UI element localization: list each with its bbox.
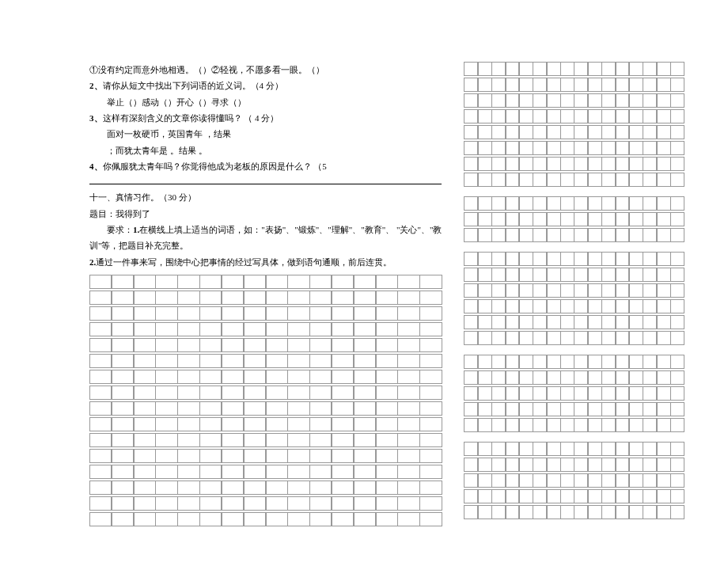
grid-cell — [155, 496, 177, 511]
grid-cell — [547, 315, 561, 329]
grid-cell — [643, 331, 657, 345]
grid-cell — [560, 125, 574, 139]
grid-cell — [199, 370, 222, 384]
grid-cell — [670, 157, 684, 171]
grid-cell — [376, 401, 398, 416]
grid-cell — [419, 512, 442, 526]
grid-cell — [629, 299, 643, 313]
grid-cell — [574, 386, 588, 401]
grid-cell — [643, 442, 657, 456]
grid-cell — [464, 386, 478, 401]
grid-cell — [354, 370, 376, 384]
grid-cell — [616, 489, 630, 503]
grid-cell — [287, 386, 309, 400]
grid-cell — [177, 433, 199, 447]
grid-cell — [588, 93, 602, 108]
grid-cell — [670, 62, 684, 76]
grid-row — [89, 417, 442, 431]
grid-cell — [601, 473, 616, 488]
grid-cell — [629, 283, 643, 298]
grid-cell — [376, 417, 398, 431]
grid-cell — [588, 283, 602, 298]
grid-cell — [478, 157, 492, 171]
grid-cell — [574, 157, 588, 171]
grid-cell — [199, 512, 222, 526]
grid-cell — [533, 93, 547, 108]
grid-cell — [155, 275, 177, 289]
grid-cell — [560, 331, 574, 345]
grid-cell — [657, 315, 671, 329]
grid-cell — [222, 512, 244, 526]
grid-cell — [464, 228, 478, 242]
q4-text: 你佩服犹太青年吗？你觉得他成为老板的原因是什么？ （5 — [103, 161, 327, 171]
grid-cell — [376, 370, 398, 384]
grid-cell — [616, 331, 630, 345]
grid-cell — [588, 125, 602, 139]
grid-cell — [506, 331, 520, 345]
grid-cell — [657, 157, 671, 171]
grid-cell — [588, 268, 602, 282]
grid-row — [89, 291, 442, 305]
grid-cell — [222, 449, 244, 463]
grid-cell — [354, 401, 376, 416]
grid-cell — [199, 433, 222, 447]
grid-cell — [506, 299, 520, 313]
grid-cell — [601, 418, 616, 432]
grid-row — [89, 322, 442, 336]
grid-cell — [491, 418, 506, 432]
grid-cell — [533, 157, 547, 171]
grid-cell — [601, 370, 616, 385]
grid-cell — [629, 125, 643, 139]
grid-cell — [657, 442, 671, 456]
grid-cell — [155, 291, 177, 305]
grid-cell — [574, 78, 588, 92]
grid-cell — [588, 418, 602, 432]
grid-cell — [643, 141, 657, 155]
grid-cell — [574, 473, 588, 488]
grid-cell — [222, 338, 244, 352]
grid-cell — [309, 496, 332, 511]
grid-cell — [506, 418, 520, 432]
grid-cell — [134, 338, 156, 352]
grid-cell — [643, 370, 657, 385]
grid-cell — [560, 78, 574, 92]
grid-cell — [464, 283, 478, 298]
grid-cell — [287, 401, 309, 416]
grid-cell — [478, 173, 492, 187]
grid-cell — [616, 458, 630, 472]
grid-cell — [547, 386, 561, 401]
grid-cell — [112, 275, 134, 289]
grid-cell — [533, 505, 547, 519]
grid-cell — [491, 505, 506, 519]
grid-cell — [588, 442, 602, 456]
grid-cell — [266, 370, 288, 384]
grid-cell — [464, 141, 478, 155]
grid-cell — [478, 386, 492, 401]
grid-cell — [560, 473, 574, 488]
grid-cell — [309, 275, 332, 289]
grid-cell — [588, 402, 602, 416]
grid-row — [89, 338, 442, 352]
grid-cell — [629, 505, 643, 519]
grid-cell — [287, 496, 309, 511]
grid-cell — [670, 505, 684, 519]
grid-cell — [491, 283, 506, 298]
grid-cell — [464, 109, 478, 123]
question-block: ①没有约定而意外地相遇。（）②轻视，不愿多看一眼。（） 2、请你从短文中找出下列… — [89, 62, 442, 174]
grid-cell — [657, 473, 671, 488]
grid-cell — [629, 442, 643, 456]
grid-cell — [670, 370, 684, 385]
grid-cell — [519, 196, 533, 211]
grid-cell — [177, 417, 199, 431]
grid-cell — [643, 489, 657, 503]
grid-cell — [199, 338, 222, 352]
grid-cell — [643, 125, 657, 139]
grid-cell — [464, 355, 478, 369]
grid-cell — [491, 473, 506, 488]
grid-cell — [629, 196, 643, 211]
grid-cell — [560, 418, 574, 432]
grid-cell — [574, 109, 588, 123]
grid-cell — [588, 458, 602, 472]
grid-cell — [287, 417, 309, 431]
grid-row — [89, 370, 442, 384]
